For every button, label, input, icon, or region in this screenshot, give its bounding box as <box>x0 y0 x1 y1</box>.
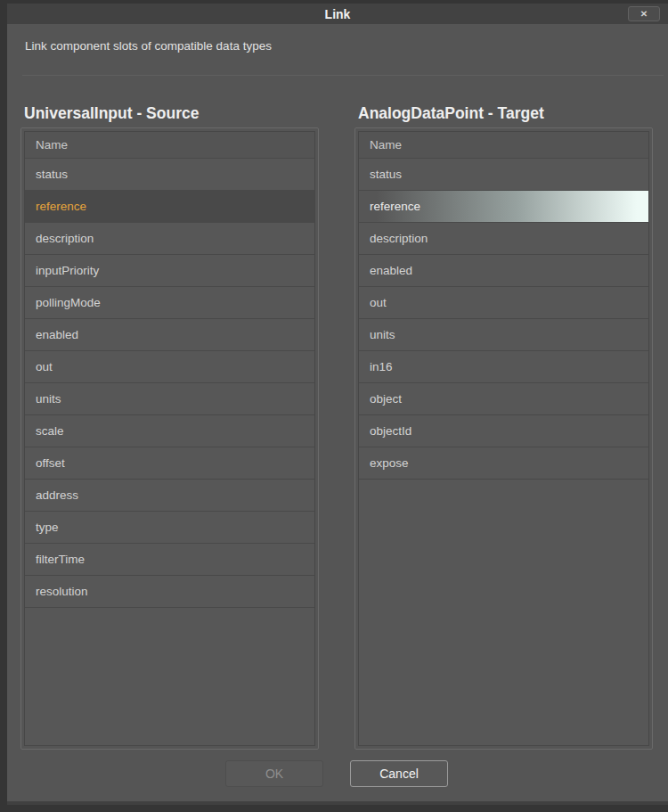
link-dialog: Link ✕ Link component slots of compatibl… <box>7 4 668 805</box>
close-button[interactable]: ✕ <box>628 6 660 21</box>
table-row[interactable]: scale <box>25 415 314 447</box>
target-heading: AnalogDataPoint - Target <box>358 103 653 127</box>
table-row[interactable]: out <box>25 351 314 383</box>
source-row-list: statusreferencedescriptioninputPriorityp… <box>25 159 314 608</box>
target-panel: AnalogDataPoint - Target Name statusrefe… <box>354 103 653 750</box>
table-row[interactable]: description <box>25 223 314 255</box>
table-row[interactable]: description <box>359 223 648 255</box>
divider <box>22 75 664 76</box>
table-row[interactable]: enabled <box>359 255 648 287</box>
dialog-subtitle: Link component slots of compatible data … <box>25 39 272 53</box>
dialog-title: Link <box>325 7 351 21</box>
source-table-wrapper: Name statusreferencedescriptioninputPrio… <box>20 127 319 750</box>
target-slot-table: Name statusreferencedescriptionenabledou… <box>358 131 649 746</box>
table-row[interactable]: objectId <box>359 415 648 447</box>
target-row-list: statusreferencedescriptionenabledoutunit… <box>359 159 648 480</box>
table-row[interactable]: units <box>359 319 648 351</box>
source-heading: UniversalInput - Source <box>24 103 319 127</box>
target-column-header[interactable]: Name <box>359 132 648 159</box>
dialog-body: Link component slots of compatible data … <box>7 24 668 805</box>
table-row[interactable]: status <box>359 159 648 191</box>
table-row[interactable]: object <box>359 383 648 415</box>
table-row[interactable]: status <box>25 159 314 191</box>
source-panel: UniversalInput - Source Name statusrefer… <box>20 103 319 750</box>
table-row[interactable]: inputPriority <box>25 255 314 287</box>
target-table-wrapper: Name statusreferencedescriptionenabledou… <box>354 127 653 750</box>
table-row[interactable]: in16 <box>359 351 648 383</box>
source-column-header[interactable]: Name <box>25 132 314 159</box>
table-row[interactable]: expose <box>359 447 648 480</box>
table-row[interactable]: enabled <box>25 319 314 351</box>
table-row[interactable]: filterTime <box>25 544 314 576</box>
table-row[interactable]: out <box>359 287 648 319</box>
source-slot-table: Name statusreferencedescriptioninputPrio… <box>24 131 315 746</box>
table-row[interactable]: units <box>25 383 314 415</box>
close-icon: ✕ <box>640 9 648 19</box>
ok-button[interactable]: OK <box>225 760 323 787</box>
table-row[interactable]: address <box>25 480 314 512</box>
dialog-titlebar[interactable]: Link ✕ <box>7 4 668 24</box>
table-row[interactable]: pollingMode <box>25 287 314 319</box>
table-row[interactable]: offset <box>25 447 314 480</box>
table-row[interactable]: reference <box>359 191 648 223</box>
table-row[interactable]: reference <box>25 191 314 223</box>
table-row[interactable]: resolution <box>25 576 314 608</box>
table-row[interactable]: type <box>25 512 314 544</box>
cancel-button[interactable]: Cancel <box>350 760 448 787</box>
